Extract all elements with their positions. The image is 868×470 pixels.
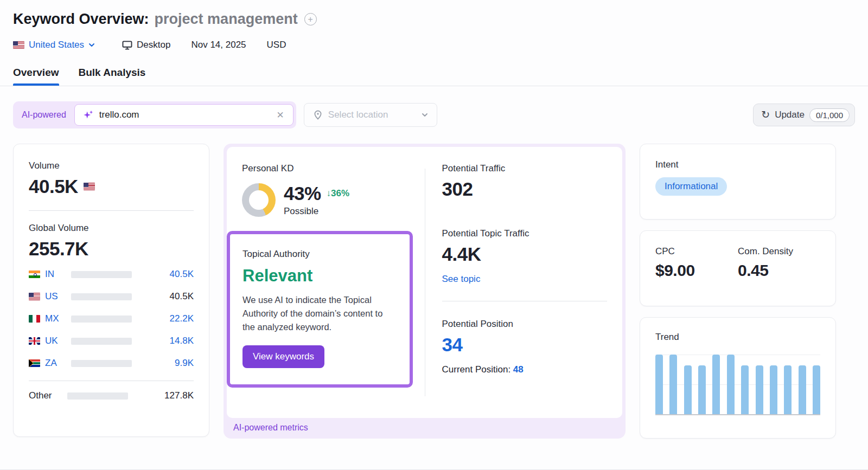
location-select[interactable]: Select location (304, 103, 437, 127)
intent-badge[interactable]: Informational (655, 177, 727, 196)
divider (425, 169, 425, 396)
trend-bar-chart (655, 355, 820, 415)
other-countries-row: Other 127.8K (29, 388, 194, 403)
intent-label: Intent (655, 159, 820, 170)
personal-kd-label: Personal KD (242, 163, 405, 174)
country-code-link[interactable]: UK (45, 336, 63, 346)
sparkle-icon (82, 109, 94, 121)
trend-bar (799, 365, 806, 414)
country-row-us: US 40.5K (29, 289, 194, 304)
country-code-link[interactable]: ZA (45, 358, 63, 369)
potential-traffic-label: Potential Traffic (442, 163, 608, 174)
topical-authority-highlight-box: Topical Authority Relevant We use AI to … (227, 231, 413, 388)
us-flag-icon (84, 183, 95, 190)
location-pin-icon (313, 110, 323, 120)
mexico-flag-icon (29, 315, 40, 323)
update-button[interactable]: ↻ Update 0/1,000 (753, 104, 855, 126)
tab-bar: Overview Bulk Analysis (13, 67, 855, 86)
cpc-label: CPC (655, 246, 738, 257)
country-volume-value[interactable]: 40.5K (132, 269, 194, 280)
other-volume-value: 127.8K (128, 390, 194, 401)
ai-powered-input-group: AI-powered trello.com ✕ (13, 101, 296, 128)
topical-authority-label: Topical Authority (242, 249, 397, 260)
chevron-down-icon (88, 42, 95, 48)
trend-bar (727, 355, 735, 414)
country-selector-label: United States (29, 40, 84, 50)
tab-overview[interactable]: Overview (13, 67, 59, 86)
page-title-keyword: project management (155, 11, 298, 28)
header: Keyword Overview: project management + U… (0, 0, 868, 86)
potential-metrics-column: Potential Traffic 302 Potential Topic Tr… (425, 163, 608, 402)
trend-bar (813, 365, 820, 414)
trend-bar (770, 365, 777, 414)
country-row-in: IN 40.5K (29, 267, 194, 282)
global-volume-label: Global Volume (29, 223, 194, 234)
volume-label: Volume (29, 160, 194, 171)
country-code-link[interactable]: MX (45, 313, 63, 324)
country-code-link[interactable]: IN (45, 269, 63, 280)
trend-bar (655, 355, 663, 414)
country-volume-value[interactable]: 14.8K (132, 336, 194, 346)
update-quota-badge: 0/1,000 (809, 108, 850, 122)
controls-row: AI-powered trello.com ✕ Select location … (0, 86, 868, 128)
desktop-icon (122, 41, 132, 50)
date-label: Nov 14, 2025 (191, 40, 246, 50)
kd-percent-value: 43% (284, 183, 321, 204)
header-meta-row: United States Desktop Nov 14, 2025 USD (13, 40, 855, 50)
ai-metrics-panel: Personal KD 43% ↓36% Possible Topical A (224, 144, 626, 439)
us-flag-icon (13, 41, 24, 49)
potential-position-value: 34 (442, 334, 608, 356)
country-volume-value[interactable]: 22.2K (132, 313, 194, 324)
view-keywords-button[interactable]: View keywords (242, 345, 324, 368)
cpc-card: CPC $9.00 Com. Density 0.45 (640, 230, 836, 306)
volume-bar (67, 392, 128, 400)
country-row-za: ZA 9.9K (29, 356, 194, 371)
tab-bulk-analysis[interactable]: Bulk Analysis (79, 67, 146, 86)
volume-value: 40.5K (29, 176, 78, 197)
competitive-density-label: Com. Density (738, 246, 820, 257)
trend-bar (712, 355, 720, 414)
trend-bar (669, 355, 677, 414)
intent-card: Intent Informational (640, 144, 836, 220)
volume-bar (71, 271, 132, 278)
potential-position-label: Potential Position (442, 319, 608, 330)
device-indicator: Desktop (122, 40, 170, 50)
right-column: Intent Informational CPC $9.00 Com. Dens… (640, 144, 836, 439)
kd-status-label: Possible (284, 206, 349, 217)
ai-powered-badge: AI-powered (13, 110, 74, 120)
country-code-link[interactable]: US (45, 291, 63, 302)
add-keyword-icon[interactable]: + (304, 13, 317, 25)
trend-bar (784, 365, 792, 414)
trend-bar (698, 365, 706, 414)
country-row-mx: MX 22.2K (29, 311, 194, 326)
clear-input-icon[interactable]: ✕ (276, 110, 285, 121)
kd-delta-value: ↓36% (327, 188, 350, 199)
divider (442, 301, 608, 301)
domain-input[interactable]: trello.com ✕ (74, 104, 293, 126)
volume-bar (71, 360, 132, 367)
trend-label: Trend (655, 332, 820, 343)
kd-donut-chart (242, 183, 276, 217)
potential-topic-traffic-label: Potential Topic Traffic (442, 228, 608, 239)
other-label: Other (29, 390, 60, 401)
see-topic-link[interactable]: See topic (442, 274, 481, 285)
current-position-label: Current Position: (442, 364, 511, 375)
country-volume-value[interactable]: 9.9K (132, 358, 194, 369)
trend-bars (655, 355, 820, 414)
main-content: Volume 40.5K Global Volume 255.7K IN 40.… (0, 128, 868, 439)
personal-kd-column: Personal KD 43% ↓36% Possible Topical A (242, 163, 425, 402)
divider (29, 210, 194, 211)
topical-authority-value: Relevant (242, 266, 397, 286)
potential-topic-traffic-value: 4.4K (442, 243, 608, 265)
ai-powered-metrics-label: AI-powered metrics (227, 418, 622, 437)
south-africa-flag-icon (29, 359, 40, 367)
competitive-density-value: 0.45 (738, 261, 820, 280)
page-title: Keyword Overview: (13, 11, 149, 28)
topical-authority-description: We use AI to indicate the Topical Author… (242, 293, 397, 333)
refresh-icon: ↻ (761, 110, 770, 120)
country-selector[interactable]: United States (13, 40, 95, 50)
volume-card: Volume 40.5K Global Volume 255.7K IN 40.… (13, 144, 209, 437)
keyword-overview-page: Keyword Overview: project management + U… (0, 0, 868, 470)
volume-bar (71, 316, 132, 323)
currency-label: USD (267, 40, 286, 50)
